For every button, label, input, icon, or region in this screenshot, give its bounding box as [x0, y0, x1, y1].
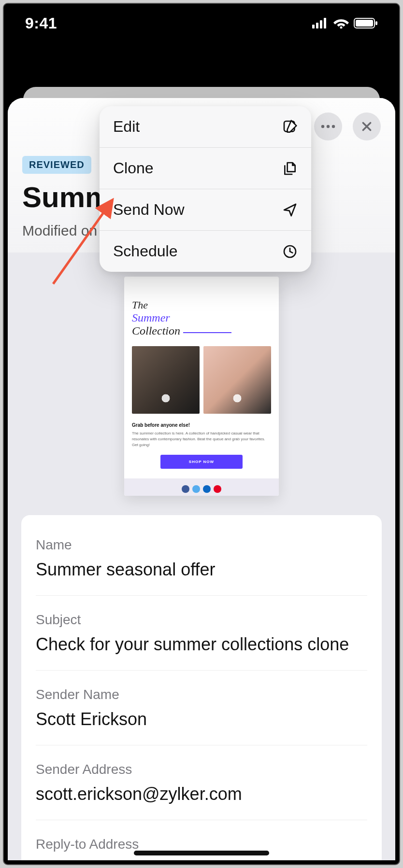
linkedin-icon: [203, 485, 211, 493]
home-indicator[interactable]: [134, 851, 269, 855]
field-name-label: Name: [36, 537, 367, 553]
preview-line-the: The: [132, 299, 271, 311]
close-icon: [360, 120, 373, 133]
field-reply-to-label: Reply-to Address: [36, 837, 367, 852]
svg-rect-0: [312, 25, 315, 28]
field-name-value: Summer seasonal offer: [36, 560, 367, 580]
edit-icon: [282, 119, 298, 135]
menu-item-schedule-label: Schedule: [113, 242, 177, 260]
preview-body: Grab before anyone else! The summer coll…: [124, 419, 279, 478]
preview-heading: The Summer Collection: [124, 277, 279, 341]
field-sender-name-value: Scott Erickson: [36, 709, 367, 729]
more-button[interactable]: [314, 112, 342, 140]
device-frame: 9:41 REVIEWED Summe Modified on 24: [3, 3, 400, 865]
clone-icon: [282, 161, 298, 176]
svg-point-4: [340, 27, 343, 29]
wifi-icon: [333, 18, 349, 28]
field-sender-address-value: scott.erickson@zylker.com: [36, 784, 367, 804]
status-badge: REVIEWED: [22, 156, 91, 174]
send-icon: [282, 202, 298, 218]
field-sender-name[interactable]: Sender Name Scott Erickson: [36, 679, 367, 745]
menu-item-send-now[interactable]: Send Now: [100, 189, 311, 231]
field-sender-address-label: Sender Address: [36, 762, 367, 777]
clock-icon: [282, 244, 298, 259]
field-reply-to[interactable]: Reply-to Address: [36, 829, 367, 860]
preview-paragraph: The summer collection is here. A collect…: [132, 431, 271, 448]
preview-image-1: [132, 346, 200, 414]
field-subject-label: Subject: [36, 612, 367, 628]
svg-rect-1: [316, 23, 318, 28]
svg-point-9: [327, 125, 330, 128]
twitter-icon: [192, 485, 200, 493]
status-icons: [312, 18, 378, 28]
actions-dropdown: Edit Clone Send Now Schedule: [100, 106, 311, 272]
field-subject-value: Check for your summer collections clone: [36, 634, 367, 655]
preview-line-collection: Collection: [132, 324, 180, 337]
svg-rect-6: [356, 20, 373, 27]
status-bar: 9:41: [4, 4, 399, 47]
close-button[interactable]: [353, 112, 381, 140]
menu-item-clone-label: Clone: [113, 159, 154, 177]
info-card: Name Summer seasonal offer Subject Check…: [21, 515, 382, 860]
svg-point-10: [332, 125, 335, 128]
svg-rect-7: [375, 21, 377, 25]
field-subject[interactable]: Subject Check for your summer collection…: [36, 604, 367, 671]
battery-icon: [354, 18, 378, 28]
email-preview[interactable]: The Summer Collection Grab before anyone…: [124, 277, 279, 496]
menu-item-edit[interactable]: Edit: [100, 106, 311, 148]
field-name[interactable]: Name Summer seasonal offer: [36, 530, 367, 596]
pinterest-icon: [214, 485, 221, 493]
preview-images: [124, 341, 279, 419]
menu-item-schedule[interactable]: Schedule: [100, 231, 311, 272]
svg-rect-2: [320, 20, 322, 28]
svg-rect-3: [324, 18, 326, 28]
svg-point-8: [321, 125, 324, 128]
preview-image-2: [203, 346, 271, 414]
menu-item-clone[interactable]: Clone: [100, 148, 311, 189]
facebook-icon: [182, 485, 189, 493]
status-time: 9:41: [25, 14, 57, 32]
preview-subheading: Grab before anyone else!: [132, 422, 271, 428]
menu-item-send-now-label: Send Now: [113, 201, 185, 219]
field-sender-address[interactable]: Sender Address scott.erickson@zylker.com: [36, 754, 367, 820]
preview-social-row: [124, 478, 279, 496]
preview-cta-button: SHOP NOW: [160, 455, 243, 469]
ellipsis-icon: [321, 125, 335, 128]
menu-item-edit-label: Edit: [113, 118, 140, 136]
preview-line-summer: Summer: [132, 311, 170, 324]
field-sender-name-label: Sender Name: [36, 687, 367, 702]
cellular-icon: [312, 18, 329, 28]
email-preview-wrap: The Summer Collection Grab before anyone…: [8, 252, 395, 515]
